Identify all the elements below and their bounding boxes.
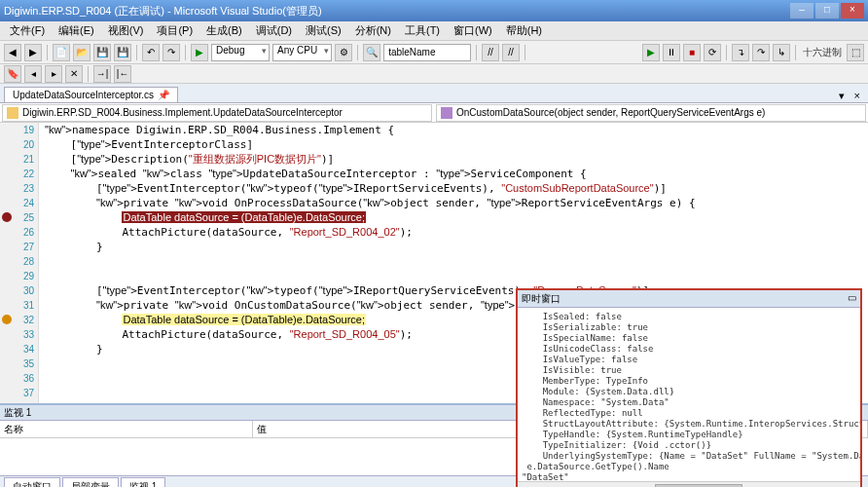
continue-button[interactable]: ▶ xyxy=(642,44,660,61)
bookmark-clear-button[interactable]: ✕ xyxy=(65,65,83,83)
platform-dropdown[interactable]: Any CPU xyxy=(272,44,332,61)
method-icon xyxy=(441,107,452,119)
undo-button[interactable]: ↶ xyxy=(142,44,160,61)
line-number-gutter: 19 20 21 22 23 24 25 26 27 28 29 30 31 3… xyxy=(0,123,39,403)
step-out-button[interactable]: ↳ xyxy=(773,44,790,61)
hex-label[interactable]: 十六进制 xyxy=(801,46,844,59)
menu-file[interactable]: 文件(F) xyxy=(4,21,51,40)
redo-button[interactable]: ↷ xyxy=(163,44,180,61)
step-into-button[interactable]: ↴ xyxy=(732,44,749,61)
menu-help[interactable]: 帮助(H) xyxy=(500,21,548,40)
toolbar-secondary: 🔖 ◂ ▸ ✕ →| |← xyxy=(0,64,868,84)
config-dropdown[interactable]: Debug xyxy=(211,44,270,61)
start-debug-button[interactable]: ▶ xyxy=(191,44,208,61)
uncomment-button[interactable]: // xyxy=(502,44,520,61)
menu-edit[interactable]: 编辑(E) xyxy=(53,21,100,40)
indent-button[interactable]: →| xyxy=(93,65,111,83)
code-editor[interactable]: 19 20 21 22 23 24 25 26 27 28 29 30 31 3… xyxy=(0,123,868,403)
class-icon xyxy=(7,107,18,119)
bookmark-prev-button[interactable]: ◂ xyxy=(24,65,42,83)
menu-bar: 文件(F) 编辑(E) 视图(V) 项目(P) 生成(B) 调试(D) 测试(S… xyxy=(0,21,868,41)
new-project-button[interactable]: 📄 xyxy=(53,44,70,61)
immediate-window-title[interactable]: 即时窗口 ▭ xyxy=(518,290,860,308)
menu-build[interactable]: 生成(B) xyxy=(200,21,248,40)
code-nav-bar: Digiwin.ERP.SD_R004.Business.Implement.U… xyxy=(0,103,868,123)
step-over-button[interactable]: ↷ xyxy=(752,44,770,61)
minimize-button[interactable]: – xyxy=(790,3,814,19)
immediate-close-icon[interactable]: ▭ xyxy=(848,292,856,305)
open-button[interactable]: 📂 xyxy=(73,44,90,61)
properties-button[interactable]: ⚙ xyxy=(335,44,352,61)
immediate-window-body[interactable]: IsSealed: false IsSerializable: true IsS… xyxy=(518,308,860,481)
bookmark-toggle-button[interactable]: 🔖 xyxy=(4,65,21,83)
stop-button[interactable]: ■ xyxy=(683,44,701,61)
hex-toggle[interactable]: ⬚ xyxy=(847,44,864,61)
bookmark-next-button[interactable]: ▸ xyxy=(45,65,62,83)
close-button[interactable]: × xyxy=(841,3,864,19)
pause-button[interactable]: ⏸ xyxy=(663,44,680,61)
back-button[interactable]: ◀ xyxy=(4,44,21,61)
document-tabs: UpdateDataSourceInterceptor.cs 📌 ▾ × xyxy=(0,84,868,103)
menu-debug[interactable]: 调试(D) xyxy=(250,21,298,40)
pin-icon[interactable]: 📌 xyxy=(158,90,169,100)
tab-close-icon[interactable]: × xyxy=(850,90,864,102)
window-title: Digiwin.ERP.SD_R004 (正在调试) - Microsoft V… xyxy=(4,4,790,19)
doc-tab-label: UpdateDataSourceInterceptor.cs xyxy=(13,90,154,100)
find-button[interactable]: 🔍 xyxy=(363,44,380,61)
restart-button[interactable]: ⟳ xyxy=(704,44,721,61)
doc-tab-active[interactable]: UpdateDataSourceInterceptor.cs 📌 xyxy=(4,87,178,102)
forward-button[interactable]: ▶ xyxy=(24,44,42,61)
maximize-button[interactable]: □ xyxy=(815,3,839,19)
menu-tools[interactable]: 工具(T) xyxy=(399,21,446,40)
find-input[interactable] xyxy=(383,44,471,61)
current-line-icon xyxy=(2,315,12,324)
outdent-button[interactable]: |← xyxy=(114,65,131,83)
immediate-window[interactable]: 即时窗口 ▭ IsSealed: false IsSerializable: t… xyxy=(516,288,862,487)
menu-test[interactable]: 测试(S) xyxy=(300,21,347,40)
window-titlebar: Digiwin.ERP.SD_R004 (正在调试) - Microsoft V… xyxy=(0,0,868,21)
menu-view[interactable]: 视图(V) xyxy=(102,21,150,40)
save-button[interactable]: 💾 xyxy=(93,44,111,61)
menu-window[interactable]: 窗口(W) xyxy=(448,21,498,40)
menu-project[interactable]: 项目(P) xyxy=(151,21,199,40)
immediate-scrollbar[interactable] xyxy=(518,481,860,487)
breakpoint-icon[interactable] xyxy=(2,212,12,222)
watch-col-name[interactable]: 名称 xyxy=(0,421,253,437)
comment-button[interactable]: // xyxy=(482,44,499,61)
tab-dropdown-icon[interactable]: ▾ xyxy=(835,90,849,102)
save-all-button[interactable]: 💾 xyxy=(114,44,131,61)
menu-analyze[interactable]: 分析(N) xyxy=(349,21,397,40)
tab-locals[interactable]: 局部变量 xyxy=(62,477,119,488)
tab-watch1[interactable]: 监视 1 xyxy=(121,477,165,488)
tab-autos[interactable]: 自动窗口 xyxy=(4,477,60,488)
nav-class-dropdown[interactable]: Digiwin.ERP.SD_R004.Business.Implement.U… xyxy=(2,104,432,122)
toolbar-main: ◀ ▶ 📄 📂 💾 💾 ↶ ↷ ▶ Debug Any CPU ⚙ 🔍 // /… xyxy=(0,41,868,64)
nav-member-dropdown[interactable]: OnCustomDataSource(object sender, Report… xyxy=(436,104,866,122)
